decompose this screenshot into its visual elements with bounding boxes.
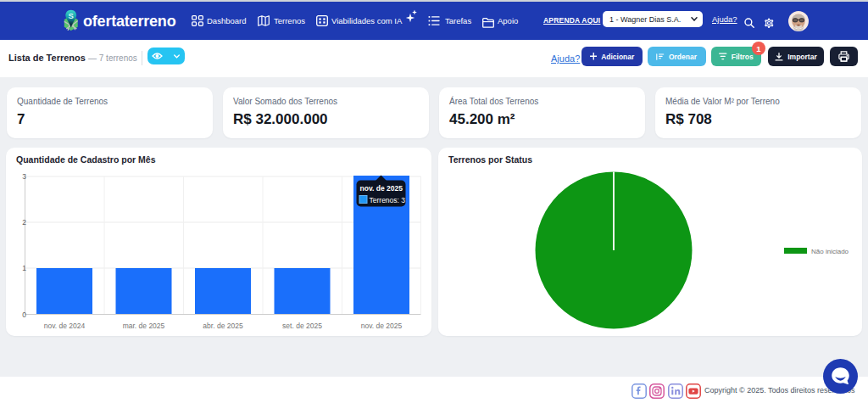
svg-text:abr. de 2025: abr. de 2025 [203, 322, 243, 330]
svg-text:3: 3 [22, 172, 26, 181]
svg-text:nov. de 2025: nov. de 2025 [361, 322, 403, 330]
svg-text:2: 2 [22, 218, 26, 227]
svg-text:set. de 2025: set. de 2025 [282, 322, 322, 330]
svg-text:Terrenos: 3: Terrenos: 3 [370, 196, 406, 204]
svg-text:nov. de 2025: nov. de 2025 [360, 184, 403, 193]
svg-text:nov. de 2024: nov. de 2024 [44, 322, 86, 330]
svg-text:0: 0 [22, 311, 26, 319]
svg-text:S: S [69, 11, 74, 20]
svg-text:Não iniciado: Não iniciado [811, 248, 849, 255]
svg-text:1: 1 [22, 264, 26, 272]
svg-text:mar. de 2025: mar. de 2025 [123, 322, 165, 330]
